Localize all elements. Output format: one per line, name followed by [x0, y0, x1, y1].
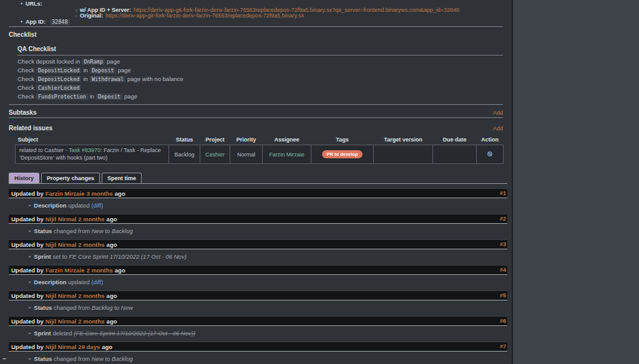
- updated-by-label: Updated by: [11, 190, 44, 197]
- history-entry-title: Updated byNijil Nirmal2 monthsago: [11, 292, 117, 299]
- new-value: Backlog: [112, 228, 133, 234]
- bullet: •: [29, 355, 31, 362]
- entry-number-link[interactable]: #4: [500, 267, 507, 273]
- detail-text: to: [113, 304, 121, 311]
- updated-by-label: Updated by: [11, 343, 44, 350]
- related-task-link[interactable]: Task #83970: [69, 147, 100, 153]
- url-original-link[interactable]: https://deriv-app-git-fork-farzin-deriv-…: [105, 13, 304, 19]
- bullet: •: [21, 1, 26, 7]
- table-row: related to Cashier - Task #83970: Farzin…: [16, 145, 504, 164]
- right-side-panel: [512, 0, 639, 364]
- history-entry-header: Updated byFarzin Mirzaie3 monthsago #1: [9, 188, 507, 198]
- user-link[interactable]: Nijil Nirmal: [46, 216, 77, 223]
- user-link[interactable]: Nijil Nirmal: [46, 343, 77, 350]
- item-text: in: [83, 67, 87, 74]
- time-link[interactable]: 2 months: [78, 318, 104, 325]
- col-priority: Priority: [230, 135, 263, 145]
- user-link[interactable]: Farzin Mirzaie: [46, 190, 85, 197]
- related-issues-add-link[interactable]: Add: [493, 125, 503, 132]
- changed-property: Sprint: [34, 253, 51, 260]
- detail-text: updated: [67, 202, 92, 209]
- time-link[interactable]: 2 months: [78, 241, 104, 248]
- detail-text: updated: [67, 279, 92, 285]
- history-entry-detail: •Description updated (diff): [29, 202, 507, 208]
- app-id-value: 32848: [50, 19, 70, 26]
- circle-bullet: ○: [75, 13, 80, 19]
- code-span: FundsProtection: [36, 93, 88, 100]
- updated-by-label: Updated by: [11, 241, 44, 248]
- changed-property: Status: [34, 228, 52, 234]
- code-span: CashierLocked: [36, 85, 82, 91]
- project-link[interactable]: Cashier: [205, 151, 225, 158]
- subtasks-title: Subtasks: [9, 109, 36, 116]
- checklist-item: CheckDepositLockedinDepositpage: [17, 67, 503, 73]
- history-entry-title: Updated byNijil Nirmal2 monthsago: [11, 241, 117, 248]
- detail-text: changed from: [52, 355, 91, 362]
- time-link[interactable]: 2 months: [87, 267, 113, 274]
- time-link[interactable]: 3 months: [87, 190, 113, 197]
- code-span: DepositLocked: [36, 76, 82, 82]
- history-entry: Updated byNijil Nirmal29 daysago #7 •Sta…: [9, 342, 507, 362]
- user-link[interactable]: Nijil Nirmal: [46, 241, 77, 248]
- item-text: in: [90, 93, 94, 100]
- subtasks-add-link[interactable]: Add: [493, 110, 503, 116]
- history-entry-header: Updated byNijil Nirmal29 daysago #7: [9, 342, 507, 352]
- url-original-label: Original:: [80, 13, 103, 19]
- entry-number-link[interactable]: #6: [500, 318, 507, 324]
- item-text: Check: [17, 84, 34, 91]
- time-link[interactable]: 29 days: [78, 343, 100, 350]
- entry-number-link[interactable]: #5: [500, 292, 507, 299]
- item-text: Check: [17, 75, 34, 82]
- entry-number-link[interactable]: #2: [500, 216, 507, 222]
- subtasks-section: Subtasks Add: [9, 109, 503, 116]
- col-assignee: Assignee: [263, 135, 311, 145]
- related-project-cell: Cashier: [200, 145, 230, 164]
- user-link[interactable]: Farzin Mirzaie: [46, 267, 85, 274]
- updated-by-label: Updated by: [11, 267, 44, 274]
- tab-spent-time[interactable]: Spent time: [102, 173, 142, 183]
- tab-history[interactable]: History: [9, 173, 39, 183]
- history-entries: Updated byFarzin Mirzaie3 monthsago #1 •…: [9, 188, 507, 364]
- bullet: •: [29, 202, 31, 209]
- assignee-link[interactable]: Farzin Mirzaie: [269, 151, 305, 158]
- tab-property-changes[interactable]: Property changes: [41, 173, 100, 183]
- diff-link[interactable]: (diff): [91, 202, 103, 209]
- history-entry: Updated byFarzin Mirzaie3 monthsago #1 •…: [9, 188, 507, 208]
- related-target-version-cell: [374, 145, 433, 164]
- subject-text: related to Cashier -: [19, 147, 69, 153]
- changed-property: Status: [34, 304, 52, 311]
- entry-number-link[interactable]: #1: [500, 190, 507, 196]
- unlink-icon[interactable]: [487, 151, 493, 157]
- tag-pill[interactable]: PR to develop: [322, 150, 362, 158]
- new-value: Backlog: [112, 355, 133, 362]
- checklist-item: CheckDepositLockedinWithdrawalpage with …: [17, 76, 503, 82]
- history-entry-title: Updated byFarzin Mirzaie2 monthsago: [11, 267, 125, 274]
- time-link[interactable]: 2 months: [78, 216, 104, 223]
- bullet: •: [29, 304, 31, 311]
- checklist-item: CheckFundsProtectioninDepositpage: [17, 93, 503, 99]
- history-tabs: History Property changes Spent time: [9, 173, 507, 184]
- updated-by-label: Updated by: [11, 292, 44, 299]
- ago-label: ago: [102, 343, 112, 350]
- bullet: •: [29, 279, 31, 285]
- item-text: page: [118, 67, 131, 74]
- entry-number-link[interactable]: #7: [500, 343, 507, 350]
- diff-link[interactable]: (diff): [91, 279, 103, 285]
- divider: [9, 26, 503, 28]
- ago-label: ago: [115, 190, 125, 197]
- entry-number-link[interactable]: #3: [500, 241, 507, 247]
- related-issues-section: Related issues Add: [9, 125, 503, 132]
- history-entry: Updated byNijil Nirmal2 monthsago #2 •St…: [9, 214, 507, 234]
- history-entry: Updated byNijil Nirmal2 monthsago #3 •Sp…: [9, 239, 507, 259]
- history-entry-header: Updated byNijil Nirmal2 monthsago #5: [9, 290, 507, 300]
- user-link[interactable]: Nijil Nirmal: [46, 292, 77, 299]
- user-link[interactable]: Nijil Nirmal: [46, 318, 77, 325]
- col-target-version: Target version: [374, 135, 433, 145]
- qa-checklist-section: QA Checklist Check deposit locked inOnRa…: [17, 46, 503, 99]
- changed-property: Description: [34, 202, 66, 209]
- time-link[interactable]: 2 months: [78, 292, 104, 299]
- old-value: Backlog: [92, 304, 113, 311]
- code-span: DepositLocked: [36, 67, 82, 74]
- detail-text: changed from: [52, 304, 91, 311]
- updated-by-label: Updated by: [11, 318, 44, 325]
